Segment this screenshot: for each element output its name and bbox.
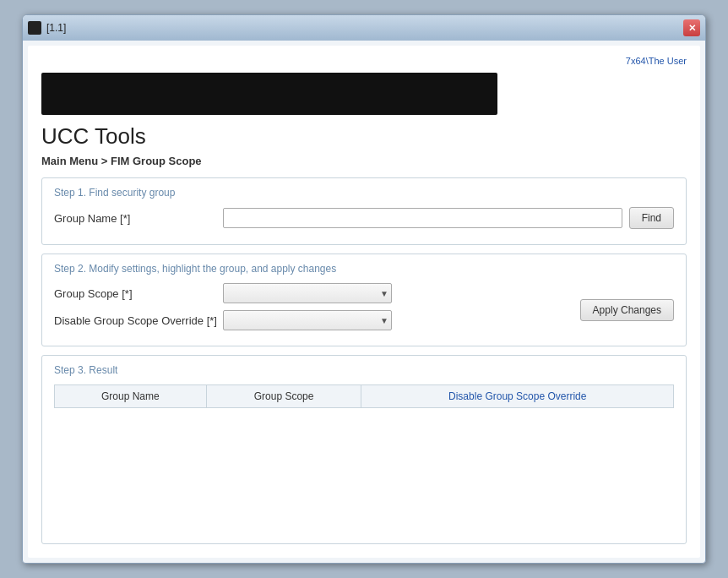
user-info: 7x64\The User bbox=[41, 56, 687, 66]
title-bar-text: [1.1] bbox=[46, 22, 66, 34]
group-scope-row: Group Scope [*] ▼ bbox=[54, 283, 563, 303]
group-scope-select-wrapper: ▼ bbox=[223, 283, 392, 303]
group-name-input[interactable] bbox=[223, 208, 622, 228]
table-header-row: Group Name Group Scope Disable Group Sco… bbox=[55, 385, 674, 408]
step1-section: Step 1. Find security group Group Name [… bbox=[41, 177, 687, 245]
results-table: Group Name Group Scope Disable Group Sco… bbox=[54, 384, 674, 535]
step3-title: Step 3. Result bbox=[54, 364, 674, 376]
title-bar: [1.1] ✕ bbox=[23, 15, 705, 41]
breadcrumb: Main Menu > FIM Group Scope bbox=[41, 155, 687, 167]
group-scope-label: Group Scope [*] bbox=[54, 287, 223, 300]
app-title: UCC Tools bbox=[41, 123, 687, 150]
table-header: Group Name Group Scope Disable Group Sco… bbox=[55, 385, 674, 408]
step1-title: Step 1. Find security group bbox=[54, 187, 674, 199]
group-name-row: Group Name [*] Find bbox=[54, 207, 674, 229]
group-scope-select[interactable] bbox=[223, 283, 392, 303]
step2-row: Group Scope [*] ▼ Disable Group Scope Ov… bbox=[54, 283, 674, 337]
table-body bbox=[55, 408, 674, 535]
main-window: [1.1] ✕ 7x64\The User UCC Tools Main Men… bbox=[22, 14, 706, 564]
disable-override-label: Disable Group Scope Override [*] bbox=[54, 314, 223, 327]
group-name-label: Group Name [*] bbox=[54, 212, 223, 225]
apply-btn-wrapper: Apply Changes bbox=[563, 299, 674, 321]
step2-section: Step 2. Modify settings, highlight the g… bbox=[41, 254, 687, 346]
disable-override-row: Disable Group Scope Override [*] ▼ bbox=[54, 310, 563, 330]
disable-override-select-wrapper: ▼ bbox=[223, 310, 392, 330]
find-button[interactable]: Find bbox=[629, 207, 674, 229]
step2-fields: Group Scope [*] ▼ Disable Group Scope Ov… bbox=[54, 283, 563, 337]
col-group-scope: Group Scope bbox=[206, 385, 361, 408]
app-icon bbox=[28, 21, 41, 35]
disable-override-select[interactable] bbox=[223, 310, 392, 330]
col-disable-override: Disable Group Scope Override bbox=[361, 385, 674, 408]
logo-banner bbox=[41, 73, 497, 115]
close-button[interactable]: ✕ bbox=[683, 19, 700, 36]
window-body: 7x64\The User UCC Tools Main Menu > FIM … bbox=[28, 46, 700, 558]
apply-changes-button[interactable]: Apply Changes bbox=[580, 299, 674, 321]
step2-title: Step 2. Modify settings, highlight the g… bbox=[54, 263, 674, 275]
col-group-name: Group Name bbox=[55, 385, 207, 408]
step3-section: Step 3. Result Group Name Group Scope Di… bbox=[41, 355, 687, 544]
title-bar-left: [1.1] bbox=[28, 21, 66, 35]
